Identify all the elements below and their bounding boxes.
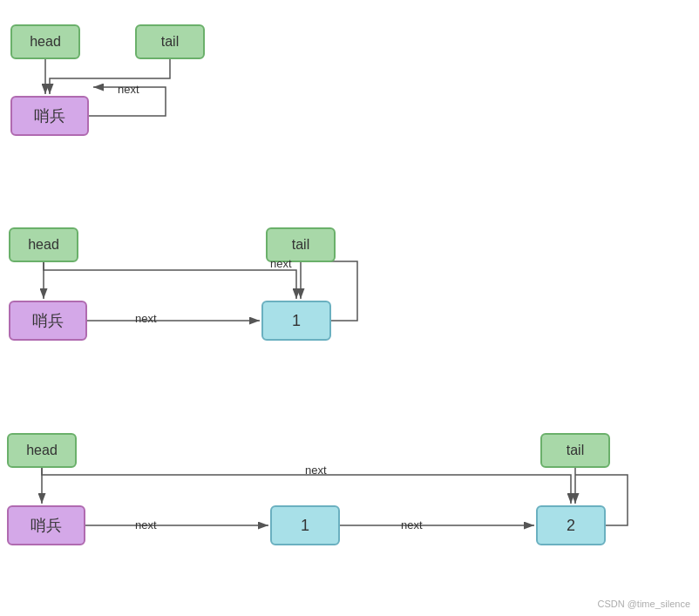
d3-next-node1-label: next <box>401 518 423 531</box>
d3-next-sentinel-label: next <box>135 518 157 531</box>
d1-sentinel-label: 哨兵 <box>34 105 65 126</box>
d2-node1-label: 1 <box>292 312 301 330</box>
d2-sentinel-node: 哨兵 <box>9 301 87 341</box>
d2-next-sentinel-label: next <box>135 312 157 325</box>
d3-sentinel-node: 哨兵 <box>7 505 85 545</box>
d3-node2-label: 2 <box>567 517 575 535</box>
d3-sentinel-label: 哨兵 <box>31 515 62 536</box>
d1-head-label: head <box>30 34 61 50</box>
diagram-container: head tail 哨兵 next head tail 哨兵 1 next ne… <box>0 0 699 616</box>
d2-head-node: head <box>9 227 78 262</box>
d3-node2: 2 <box>536 505 606 545</box>
d3-node1: 1 <box>270 505 340 545</box>
d3-head-node: head <box>7 433 77 468</box>
d3-tail-node: tail <box>540 433 610 468</box>
d2-tail-label: tail <box>292 237 309 253</box>
d1-tail-label: tail <box>161 34 179 50</box>
d2-next-tail-label: next <box>270 257 292 270</box>
d1-tail-node: tail <box>135 24 205 59</box>
d1-sentinel-node: 哨兵 <box>10 96 89 136</box>
d1-next-label: next <box>118 83 139 96</box>
d3-tail-label: tail <box>567 443 584 458</box>
watermark: CSDN @time_silence <box>597 599 690 609</box>
d2-head-label: head <box>28 237 59 253</box>
d2-node1: 1 <box>261 301 331 341</box>
d3-next-head-label: next <box>305 464 327 477</box>
d3-head-label: head <box>26 443 58 458</box>
d1-head-node: head <box>10 24 80 59</box>
d2-sentinel-label: 哨兵 <box>32 310 64 331</box>
d3-node1-label: 1 <box>301 517 309 535</box>
